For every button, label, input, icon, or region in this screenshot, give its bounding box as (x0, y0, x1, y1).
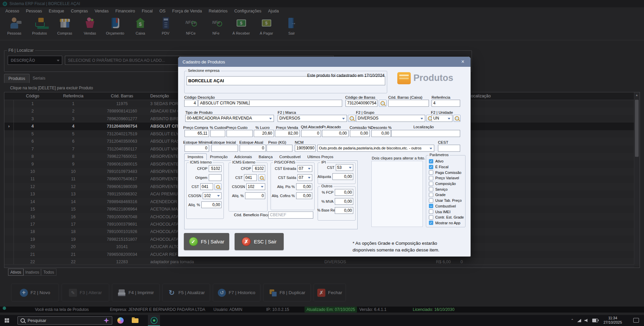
ncm-desc-select[interactable]: Outs.prods.de padaria,pastelaria,inds.de… (317, 145, 434, 152)
file-explorer-button[interactable] (129, 315, 141, 326)
aliq-pis-field[interactable]: 0,00 (296, 183, 312, 190)
toolbar-caixa-button[interactable]: Caixa (128, 14, 153, 40)
param-contr-est-grade[interactable]: Contr. Est. Grade (426, 215, 465, 220)
volume-icon[interactable] (585, 319, 589, 322)
ncm-field[interactable]: 19059090 (295, 145, 316, 152)
desconto-field[interactable]: 0,00 (371, 130, 391, 137)
param-paga-comiss-o[interactable]: Paga Comissão (426, 170, 465, 175)
menu-vendas[interactable]: Vendas (91, 9, 112, 13)
col-localizacao[interactable]: Localização (469, 92, 491, 100)
icms-int-cst-field[interactable]: 041 (200, 183, 213, 190)
filter-tab-inativos[interactable]: Inativos (24, 269, 41, 276)
base-reduzida-field[interactable]: 0,00 (335, 207, 353, 214)
icms-int-aliq-field[interactable]: 0,00 (201, 201, 222, 208)
menu-financeiro[interactable]: Financeiro (112, 9, 138, 13)
param-usar-tab-pre-o[interactable]: Usar Tab. Preço (426, 198, 465, 203)
filter-tab-todos[interactable]: Todos (41, 269, 56, 276)
toolbar-areceber-button[interactable]: Á Receber (229, 14, 254, 40)
icms-ext-cfop-field[interactable]: 6102 (252, 165, 265, 172)
barras-field[interactable]: 7312040090754 (346, 100, 377, 107)
toolbar-vendas-button[interactable]: Vendas (77, 14, 103, 40)
marca-select[interactable]: DIVERSOS (278, 115, 347, 122)
icms-ext-cst-search-button[interactable] (258, 174, 265, 181)
network-icon[interactable] (577, 319, 581, 322)
col-referencia[interactable]: Referência (51, 92, 95, 100)
toolbar-nfe-button[interactable]: NFe (203, 14, 229, 40)
barras-search-button[interactable] (379, 100, 387, 107)
tab-seriais[interactable]: Seriais (30, 74, 48, 83)
toolbar-nfce-button[interactable]: NFCe (178, 14, 203, 40)
atualizar-button[interactable]: F5 | Atualizar (162, 284, 210, 301)
menu-os[interactable]: OS (156, 9, 169, 13)
save-button[interactable]: ✓ F5 | Salvar (184, 233, 229, 250)
lucro-field[interactable]: 20,60 (254, 130, 274, 137)
param-composi-o[interactable]: Composição (426, 181, 465, 187)
col-barras[interactable]: Cód. Barras (95, 92, 149, 100)
param-combust-vel[interactable]: –Combustível (426, 203, 465, 209)
grupo-select[interactable]: DIVERSOS (356, 115, 425, 122)
menu-acesso[interactable]: Acesso (2, 9, 23, 13)
localizacao-field[interactable] (391, 130, 460, 137)
param-usa-imei[interactable]: Usa IMEI (426, 209, 465, 215)
icms-int-cst-search-button[interactable] (214, 183, 222, 190)
menu-força-de-venda[interactable]: Força de Venda (169, 9, 205, 13)
fechar-button[interactable]: Fechar (314, 284, 346, 301)
codigo-field[interactable]: 4 (184, 100, 198, 107)
copilot-button[interactable] (114, 315, 126, 326)
ipi-cst-select[interactable]: 53 (336, 164, 353, 171)
cst-entrada-select[interactable]: 07 (297, 165, 312, 172)
menu-fiscal[interactable]: Fiscal (138, 9, 156, 13)
param-mostrar-no-app[interactable]: ✓Mostrar no App (426, 220, 465, 226)
beneficio-field[interactable]: CBENEF (268, 212, 313, 219)
cst-saida-select[interactable]: 07 (297, 174, 312, 181)
param--fiscal[interactable]: ✓É Fiscal (426, 164, 465, 170)
start-button[interactable] (0, 315, 16, 326)
imprimir-button[interactable]: F4 | Imprimir (112, 284, 160, 301)
menu-relatórios[interactable]: Relatórios (205, 9, 231, 13)
param-ativo[interactable]: ✓Ativo (426, 158, 465, 164)
col-codigo[interactable]: Código (14, 92, 51, 100)
toolbar-orcamento-button[interactable]: Orçamento (103, 14, 128, 40)
param-grade[interactable]: Grade (426, 192, 465, 198)
dialog-tab-balança[interactable]: Balança (255, 153, 276, 160)
marca-search-button[interactable] (348, 115, 356, 122)
novo-button[interactable]: F2 | Novo (11, 284, 59, 301)
icms-ext-cst-field[interactable]: 041 (244, 174, 257, 181)
icms-int-csosn-select[interactable]: 102 (203, 192, 222, 199)
toolbar-produtos-button[interactable]: Produtos (27, 14, 52, 40)
icms-int-origem-field[interactable] (209, 174, 222, 181)
search-field-selector[interactable]: DESCRIÇÃO (8, 56, 62, 65)
peso-field[interactable] (267, 145, 292, 152)
menu-ajuda[interactable]: Ajuda (265, 9, 282, 13)
preco-venda-field[interactable]: 82,00 (275, 130, 300, 137)
toolbar-apagar-button[interactable]: Á Pagar (254, 14, 279, 40)
taskbar-search[interactable]: Pesquisar (17, 316, 112, 325)
tray-icons[interactable]: ⌃ (571, 315, 598, 326)
icms-ext-aliq-field[interactable]: 0 (245, 192, 265, 199)
cest-field[interactable] (438, 145, 460, 152)
menu-compras[interactable]: Compras (68, 9, 91, 13)
qtd-atacado-field[interactable]: 0 (301, 130, 321, 137)
unidade-select[interactable]: UN (432, 115, 452, 122)
toolbar-compras-button[interactable]: Compras (52, 14, 77, 40)
battery-icon[interactable] (592, 319, 598, 322)
custos-field[interactable] (210, 130, 225, 137)
fcp-field[interactable]: 0,00 (335, 189, 353, 196)
mva-field[interactable]: 0,00 (335, 198, 353, 205)
param-pre-o-variavel[interactable]: Preço Variavel (426, 175, 465, 181)
comissao-field[interactable]: 0,00 (350, 130, 370, 137)
dialog-titlebar[interactable]: Cadastro de Produtos (178, 57, 471, 67)
erp-app-button[interactable] (148, 315, 160, 326)
param-servi-o[interactable]: Serviço (426, 186, 465, 192)
preco-compra-field[interactable]: 65,11 (185, 130, 209, 137)
estoque-ini-field[interactable] (211, 145, 238, 152)
estoque-atual-field[interactable]: 0 (240, 145, 266, 152)
vertical-scrollbar[interactable]: ▲ (634, 92, 640, 265)
aliq-cofins-field[interactable]: 0,00 (296, 192, 312, 199)
dialog-tab-combustivel[interactable]: Combustivel (276, 153, 304, 160)
filter-tab-ativos[interactable]: Ativos (8, 269, 24, 276)
barras-caixa-field[interactable] (388, 100, 429, 107)
menu-configurações[interactable]: Configurações (231, 9, 265, 13)
tray-chevron-icon[interactable]: ⌃ (571, 318, 574, 323)
icms-ext-csosn-select[interactable]: 102 (246, 183, 265, 190)
